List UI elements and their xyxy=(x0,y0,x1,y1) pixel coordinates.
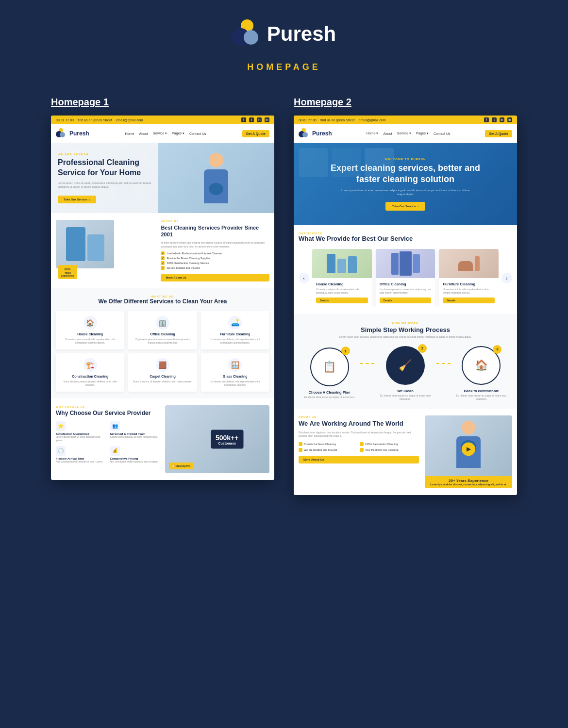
social-instagram[interactable]: in xyxy=(257,117,262,122)
services2-header: OUR SERVICE What We Provide for Best Our… xyxy=(299,232,512,243)
service2-btn-house[interactable]: Details xyxy=(316,298,368,303)
nav2-pages[interactable]: Pages ▾ xyxy=(416,132,429,135)
service2-img-office xyxy=(376,249,435,278)
check-label-1: Loaded with Professional and Honest Clea… xyxy=(167,252,222,255)
about2-check-4: Your Healthier Our Cleaning xyxy=(360,448,419,452)
slider-prev[interactable]: ‹ xyxy=(299,273,309,283)
homepage2-title[interactable]: Homepage 2 xyxy=(294,97,351,108)
nav-home[interactable]: Home xyxy=(125,132,134,135)
logo-area: Puresh xyxy=(232,19,336,49)
service2-name-furniture: Furniture Cleaning xyxy=(443,282,495,286)
furniture-icon: 🛋️ xyxy=(228,316,242,330)
social-facebook[interactable]: f xyxy=(241,117,246,122)
why-features: ⭐ Satisfaction Guaranteed Lorem ipsum do… xyxy=(56,421,160,463)
service2-body-office: Office Cleaning Ut pharetra pharetra con… xyxy=(376,278,435,307)
why-feature-desc-4: Nisi consequat mollis blandit at quis vo… xyxy=(110,460,161,463)
process-desc: Lorem ipsum dolor sit amet, consectetur … xyxy=(333,335,478,339)
why-feature-desc-3: Nisi consequat mollis blandit at quis. L… xyxy=(56,460,106,463)
play-button[interactable]: ▶ xyxy=(462,442,475,456)
why-label: WHY CHOOSE US xyxy=(56,405,160,408)
step-circle-3: 3 🏠 xyxy=(462,346,501,385)
hero-title: Professional Cleaning Service for Your H… xyxy=(58,158,160,178)
nav-cta[interactable]: Get A Quote xyxy=(242,130,269,137)
why-feature-desc-1: Lorem ipsum dolor sit amet adipiscing el… xyxy=(56,435,106,442)
process-step-3: 3 🏠 Back to comfortable Eu ultrices vita… xyxy=(451,346,512,401)
nav-logo-text: Puresh xyxy=(69,130,89,137)
service-name-house: House Cleaning xyxy=(60,332,120,336)
process-label: HOW WE WORK xyxy=(299,322,512,325)
customers-badge: 500k++ Customers xyxy=(211,430,244,449)
social2-twitter[interactable]: t xyxy=(492,117,497,122)
step-number-2: 2 xyxy=(418,344,427,353)
about2-checkbox-4 xyxy=(360,448,364,452)
social-twitter[interactable]: t xyxy=(249,117,254,122)
service2-card-furniture: Furniture Cleaning Ut veniam adipis mihi… xyxy=(439,249,499,307)
services-grid: 🏠 House Cleaning Ut veniam quis nostrud … xyxy=(56,311,269,392)
slider-next[interactable]: › xyxy=(501,273,512,283)
service-name-glass: Glass Cleaning xyxy=(205,375,266,378)
nav-pages[interactable]: Pages ▾ xyxy=(172,132,184,135)
service-name-furniture: Furniture Cleaning xyxy=(205,332,266,336)
why-section: WHY CHOOSE US Why Choose Our Service Pro… xyxy=(51,398,274,480)
topbar2-location: find us on green Street xyxy=(320,118,355,122)
hero-cta[interactable]: Take Our Service › xyxy=(58,196,96,203)
about-content: ABOUT US Best Cleaning Services Provider… xyxy=(161,220,269,281)
why-feature-team: 👥 Screened & Trained Team Aptent taciti … xyxy=(110,421,161,442)
nav2-links: Home ▾ About Service ▾ Pages ▾ Contact U… xyxy=(367,132,451,135)
service2-btn-furniture[interactable]: Details xyxy=(443,298,495,303)
nav-contact[interactable]: Contact Us xyxy=(189,132,206,135)
check-label-3: 100% Satisfaction Cleaning Service xyxy=(167,262,209,265)
logo-icon xyxy=(232,19,261,49)
check-item-4: ✓ We are bonded and Insured xyxy=(161,266,269,270)
about2-check-label-2: 100% Satisfaction Cleaning xyxy=(365,443,398,446)
nav2-service[interactable]: Service ▾ xyxy=(397,132,411,135)
service2-desc-furniture: Ut veniam adipis mihi reprehenderit in d… xyxy=(443,288,495,295)
process-section: HOW WE WORK Simple Step Working Process … xyxy=(294,314,517,409)
nav2-about[interactable]: About xyxy=(383,132,392,135)
nav-about[interactable]: About xyxy=(139,132,148,135)
social2-linkedin[interactable]: in xyxy=(507,117,512,122)
about-label: ABOUT US xyxy=(161,220,269,223)
service-desc-furniture: Ut veniam quis laboris mihi reprehenderi… xyxy=(205,338,266,345)
glass-icon: 🪟 xyxy=(228,358,242,372)
check-label-2: Provide the Finest Cleaning Supplies xyxy=(167,257,210,260)
nav2-home[interactable]: Home ▾ xyxy=(367,132,379,135)
service2-body-furniture: Furniture Cleaning Ut veniam adipis mihi… xyxy=(439,278,499,307)
step-number-1: 1 xyxy=(341,347,350,355)
service-desc-house: Ut veniam quis nostrud mihi reprehenderi… xyxy=(60,338,120,345)
social2-facebook[interactable]: f xyxy=(484,117,489,122)
nav-service[interactable]: Service ▾ xyxy=(153,132,167,135)
service-card-carpet: 🟫 Carpet Cleaning Nunc id cursus of aliq… xyxy=(128,353,197,392)
homepage1-card: 08 01 77 80 find us on green Street emai… xyxy=(51,116,274,480)
service-card-furniture: 🛋️ Furniture Cleaning Ut veniam quis lab… xyxy=(201,311,269,349)
nav-right-card: Puresh Home ▾ About Service ▾ Pages ▾ Co… xyxy=(294,124,517,143)
social-linkedin[interactable]: in xyxy=(265,117,269,122)
service2-body-house: House Cleaning Ut veniam adipis mihi rep… xyxy=(312,278,372,307)
social2-instagram[interactable]: in xyxy=(500,117,504,122)
house-icon: 🏠 xyxy=(84,316,97,330)
service2-btn-office[interactable]: Details xyxy=(380,298,432,303)
nav2-cta[interactable]: Get A Quote xyxy=(485,130,512,137)
services2-slider: ‹ xyxy=(299,249,512,307)
homepage1-title[interactable]: Homepage 1 xyxy=(51,97,109,108)
about-img-main xyxy=(56,220,114,268)
about2-cta[interactable]: More About Us xyxy=(299,456,419,463)
step-desc-3: Eu ultrices vitae auctor eu augue ut lec… xyxy=(451,394,512,401)
service-name-construction: Construction Cleaning xyxy=(60,375,120,378)
carpet-icon: 🟫 xyxy=(156,358,169,372)
process-steps: 1 📋 Choose A Cleaning Plan Eu ultrices v… xyxy=(299,346,512,401)
hero-subtitle: WE ARE PURESH xyxy=(58,153,160,156)
why-feature-time: 🕐 Flexible Arrival Time Nisi consequat m… xyxy=(56,446,106,463)
process-title: Simple Step Working Process xyxy=(299,326,512,333)
services2-cards: House Cleaning Ut veniam adipis mihi rep… xyxy=(312,249,499,307)
topbar-right-card: 08 01 77 80 find us on green Street emai… xyxy=(294,116,517,124)
about2-checkbox-3 xyxy=(299,448,302,452)
service2-img-house xyxy=(312,249,372,278)
about-checks: ✓ Loaded with Professional and Honest Cl… xyxy=(161,251,269,270)
service-name-office: Office Cleaning xyxy=(132,332,193,336)
service-desc-construction: Nunc id cursus metus aliquam eleifend mi… xyxy=(60,380,120,387)
about2-title: We Are Working Around The World xyxy=(299,420,419,428)
about-cta[interactable]: More About Us xyxy=(161,274,269,281)
nav2-contact[interactable]: Contact Us xyxy=(434,132,451,135)
nav-logo: Puresh xyxy=(56,128,89,139)
